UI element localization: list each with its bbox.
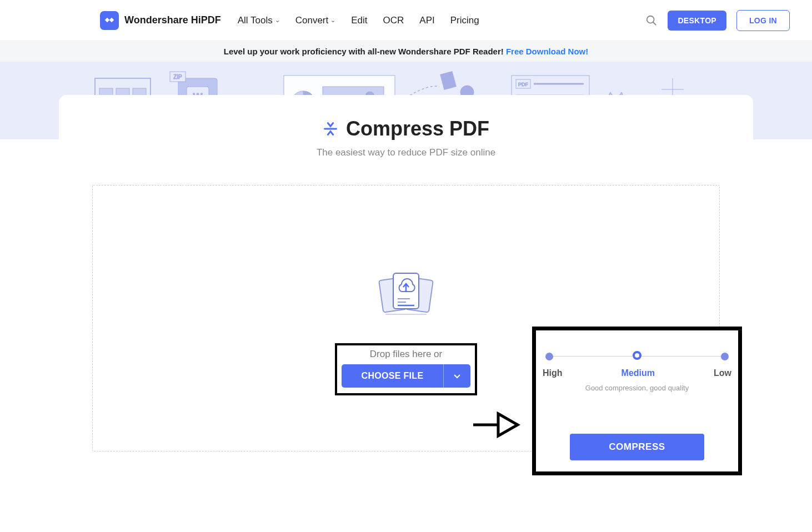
banner-link[interactable]: Free Download Now! [506, 47, 588, 56]
brand-text: Wondershare HiPDF [124, 14, 221, 26]
compress-button[interactable]: COMPRESS [570, 434, 704, 460]
svg-rect-25 [440, 72, 456, 90]
svg-line-3 [653, 22, 656, 25]
compression-slider[interactable] [545, 353, 729, 360]
nav-edit[interactable]: Edit [351, 15, 367, 26]
choose-file-button[interactable]: CHOOSE FILE [342, 364, 444, 388]
logo-icon [100, 11, 119, 30]
drop-hint: Drop files here or [370, 349, 442, 360]
nav-ocr[interactable]: OCR [383, 15, 404, 26]
label-high: High [543, 368, 563, 378]
brand[interactable]: Wondershare HiPDF [100, 11, 221, 30]
search-icon[interactable] [645, 14, 658, 27]
login-button[interactable]: LOG IN [736, 10, 790, 31]
label-medium: Medium [621, 368, 655, 378]
slider-stop-low[interactable] [721, 353, 729, 360]
page-title: Compress PDF [346, 117, 489, 140]
chevron-down-icon: ⌄ [330, 17, 335, 24]
choose-file-group: CHOOSE FILE [342, 364, 471, 388]
arrow-annotation [470, 408, 520, 444]
desktop-button[interactable]: DESKTOP [668, 11, 726, 31]
choose-file-dropdown[interactable] [443, 364, 470, 388]
nav-convert[interactable]: Convert⌄ [295, 15, 336, 26]
page-subtitle: The easiest way to reduce PDF size onlin… [59, 147, 753, 158]
slider-labels: High Medium Low [543, 368, 731, 378]
svg-text:PDF: PDF [518, 82, 529, 87]
upload-illustration [375, 269, 437, 321]
compression-description: Good compression, good quality [585, 384, 689, 392]
nav-pricing[interactable]: Pricing [450, 15, 479, 26]
chevron-down-icon [453, 372, 462, 380]
label-low: Low [714, 368, 731, 378]
drop-box-highlight: Drop files here or CHOOSE FILE [335, 343, 478, 395]
title-row: Compress PDF [59, 117, 753, 140]
svg-text:ZIP: ZIP [173, 74, 182, 80]
banner-text: Level up your work proficiency with all-… [224, 47, 506, 56]
promo-banner: Level up your work proficiency with all-… [0, 41, 812, 62]
header-right: DESKTOP LOG IN [645, 10, 790, 31]
chevron-down-icon: ⌄ [275, 17, 280, 24]
compression-panel: High Medium Low Good compression, good q… [532, 327, 742, 475]
nav-all-tools[interactable]: All Tools⌄ [238, 15, 280, 26]
nav-api[interactable]: API [419, 15, 434, 26]
svg-rect-1 [109, 17, 114, 22]
compress-icon [323, 121, 338, 137]
nav: All Tools⌄ Convert⌄ Edit OCR API Pricing [238, 15, 479, 26]
slider-stop-medium[interactable] [633, 351, 641, 360]
svg-rect-0 [105, 17, 109, 22]
slider-stop-high[interactable] [545, 353, 553, 360]
svg-marker-53 [498, 414, 518, 436]
header: Wondershare HiPDF All Tools⌄ Convert⌄ Ed… [0, 0, 812, 41]
svg-point-2 [647, 16, 654, 23]
